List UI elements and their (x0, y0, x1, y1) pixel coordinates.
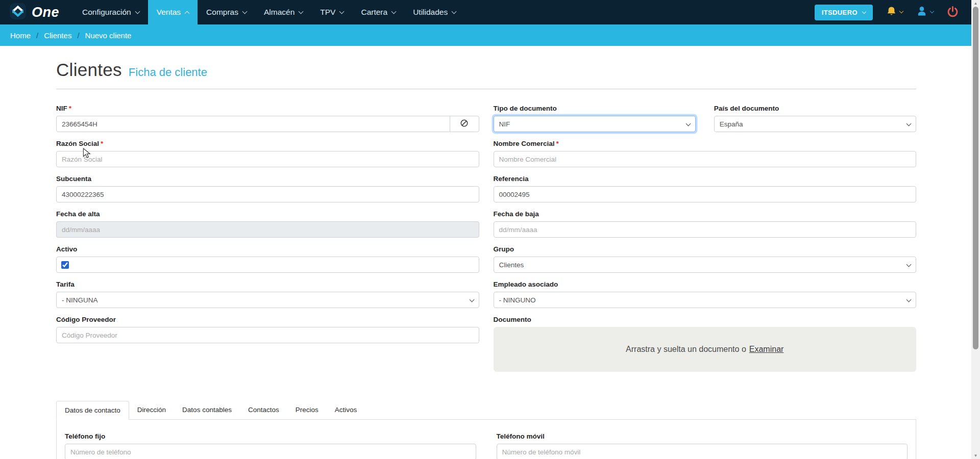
logout-power-button[interactable] (946, 5, 959, 20)
tab-activos[interactable]: Activos (327, 401, 365, 419)
razon-social-input[interactable] (56, 151, 479, 167)
menu-item-configuracion[interactable]: Configuración (74, 0, 148, 24)
brand-logo[interactable]: One (0, 0, 74, 24)
codigo-proveedor-label: Código Proveedor (56, 316, 479, 323)
nif-validate-addon[interactable] (450, 116, 479, 132)
tab-panel-datos-de-contacto: Teléfono fijo Teléfono móvil (56, 420, 916, 459)
menu-item-compras[interactable]: Compras (198, 0, 255, 24)
form-right-column: Tipo de documento NIF País del documento (494, 105, 917, 379)
fecha-baja-input[interactable] (494, 221, 917, 238)
razon-social-label: Razón Social* (56, 140, 479, 147)
field-nombre-comercial: Nombre Comercial* (494, 140, 917, 167)
one-logo-icon (9, 3, 27, 22)
menu-item-cartera[interactable]: Cartera (352, 0, 404, 24)
nif-input[interactable] (56, 116, 450, 132)
pais-documento-select[interactable]: España (714, 116, 916, 132)
tab-datos-contables[interactable]: Datos contables (174, 401, 240, 419)
company-selector-button[interactable]: ITSDUERO (815, 5, 873, 20)
tab-precios[interactable]: Precios (287, 401, 327, 419)
page-title: Clientes (56, 60, 122, 80)
chevron-down-icon (899, 9, 903, 13)
chevron-down-icon (452, 9, 457, 14)
page: One Configuración Ventas Compras Almacén… (0, 0, 971, 459)
main-menu: Configuración Ventas Compras Almacén TPV… (74, 0, 464, 24)
documento-label: Documento (494, 316, 917, 323)
breadcrumb-current: Nuevo cliente (85, 31, 132, 40)
tarifa-select[interactable]: - NINGUNA (56, 292, 479, 308)
activo-label: Activo (56, 245, 479, 253)
page-header: Clientes Ficha de cliente (56, 60, 916, 80)
menu-label: Configuración (82, 8, 131, 17)
field-tipo-documento: Tipo de documento NIF (494, 105, 696, 132)
slashed-circle-icon (460, 119, 469, 130)
referencia-label: Referencia (494, 175, 917, 183)
field-grupo: Grupo Clientes (494, 245, 917, 273)
breadcrumb-home[interactable]: Home (10, 31, 31, 40)
activo-checkbox-container (56, 257, 479, 273)
field-fecha-baja: Fecha de baja (494, 210, 917, 238)
form-left-column: NIF* Raz (56, 105, 479, 379)
tab-direccion[interactable]: Dirección (129, 401, 174, 419)
field-tarifa: Tarifa - NINGUNA (56, 280, 479, 308)
fecha-baja-label: Fecha de baja (494, 210, 917, 218)
scrollbar-down-icon[interactable]: ▼ (971, 453, 980, 458)
tab-contactos[interactable]: Contactos (240, 401, 287, 419)
grupo-select[interactable]: Clientes (494, 257, 917, 273)
subcuenta-input[interactable] (56, 186, 479, 202)
referencia-input[interactable] (494, 186, 917, 202)
breadcrumb-clientes[interactable]: Clientes (44, 31, 71, 40)
chevron-down-icon (242, 9, 248, 14)
chevron-up-icon (185, 11, 190, 16)
field-codigo-proveedor: Código Proveedor (56, 316, 479, 343)
detail-tabs-section: Datos de contacto Dirección Datos contab… (56, 401, 916, 459)
menu-item-utilidades[interactable]: Utilidades (404, 0, 464, 24)
nif-label: NIF* (56, 105, 479, 112)
required-mark: * (556, 140, 559, 147)
browse-link[interactable]: Examinar (749, 345, 784, 354)
breadcrumb-separator: / (36, 31, 38, 40)
scrollbar-up-icon[interactable]: ▲ (971, 1, 980, 6)
menu-item-almacen[interactable]: Almacén (255, 0, 311, 24)
menu-item-tpv[interactable]: TPV (311, 0, 352, 24)
breadcrumb-separator: / (77, 31, 79, 40)
telefono-movil-input[interactable] (497, 444, 908, 459)
client-form: NIF* Raz (56, 105, 916, 379)
menu-label: Ventas (157, 8, 181, 17)
empleado-asociado-select[interactable]: - NINGUNO (494, 292, 917, 308)
documento-dropzone[interactable]: Arrastra y suelta un documento o Examina… (494, 327, 917, 372)
bell-icon (886, 6, 897, 19)
chevron-down-icon (299, 9, 304, 14)
brand-name: One (32, 5, 59, 20)
codigo-proveedor-input[interactable] (56, 327, 479, 343)
top-navbar: One Configuración Ventas Compras Almacén… (0, 0, 971, 24)
menu-label: Utilidades (413, 8, 448, 17)
notifications-menu[interactable] (886, 6, 903, 19)
tipo-documento-select[interactable]: NIF (494, 116, 696, 132)
header-divider (56, 89, 916, 89)
nombre-comercial-label: Nombre Comercial* (494, 140, 917, 147)
tab-bar: Datos de contacto Dirección Datos contab… (56, 401, 916, 420)
menu-label: Almacén (264, 8, 295, 17)
required-mark: * (101, 140, 103, 147)
nombre-comercial-input[interactable] (494, 151, 917, 167)
menu-item-ventas[interactable]: Ventas (148, 0, 198, 24)
required-mark: * (69, 105, 71, 112)
menu-label: TPV (320, 8, 335, 17)
fecha-alta-label: Fecha de alta (56, 210, 479, 218)
field-empleado-asociado: Empleado asociado - NINGUNO (494, 280, 917, 308)
main-content: Clientes Ficha de cliente NIF* (0, 60, 971, 459)
user-icon (916, 5, 928, 19)
tipo-documento-label: Tipo de documento (494, 105, 696, 112)
telefono-fijo-label: Teléfono fijo (65, 432, 476, 440)
scrollbar-thumb[interactable] (973, 7, 978, 349)
telefono-fijo-input[interactable] (65, 444, 476, 459)
activo-checkbox[interactable] (61, 261, 69, 269)
user-menu[interactable] (916, 5, 934, 19)
page-scrollbar[interactable]: ▲ ▼ (971, 0, 980, 459)
field-telefono-movil: Teléfono móvil (497, 432, 908, 459)
company-name: ITSDUERO (822, 9, 857, 16)
tab-datos-de-contacto[interactable]: Datos de contacto (56, 401, 129, 420)
pais-documento-label: País del documento (714, 105, 916, 112)
menu-label: Compras (206, 8, 238, 17)
chevron-down-icon (930, 9, 934, 13)
